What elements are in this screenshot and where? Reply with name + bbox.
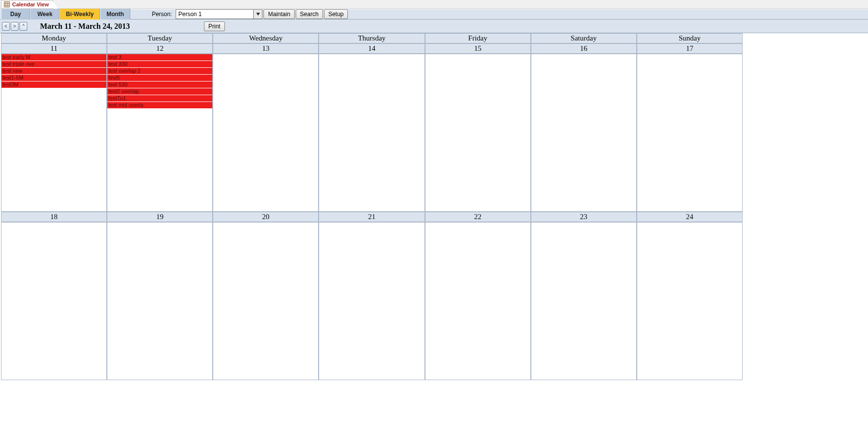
- date-number-cell[interactable]: 24: [637, 212, 743, 222]
- date-number-cell[interactable]: 23: [531, 212, 637, 222]
- date-number-cell[interactable]: 16: [531, 43, 637, 54]
- event-item[interactable]: test early M: [1, 54, 106, 61]
- tab-calendar-view[interactable]: Calendar View: [1, 0, 54, 8]
- up-button[interactable]: ^: [20, 22, 27, 31]
- event-item[interactable]: test overlap 2: [107, 68, 212, 75]
- day-cell[interactable]: [107, 222, 213, 380]
- date-number-cell[interactable]: 17: [637, 43, 743, 54]
- weekday-header-cell: Tuesday: [107, 33, 213, 43]
- date-range: March 11 - March 24, 2013: [28, 22, 130, 31]
- week-cells: test early Mtest triple ovetest newtest1…: [1, 54, 743, 212]
- dropdown-icon[interactable]: [253, 10, 262, 19]
- day-cell[interactable]: [319, 222, 424, 380]
- weekday-header-cell: Friday: [425, 33, 531, 43]
- prev-button[interactable]: <: [2, 22, 10, 31]
- day-cell[interactable]: [213, 222, 319, 380]
- person-label: Person:: [150, 11, 176, 18]
- event-item[interactable]: test5: [107, 75, 212, 81]
- day-cell[interactable]: [637, 222, 743, 380]
- person-value: Person 1: [178, 11, 202, 18]
- event-item[interactable]: test1-5M: [1, 75, 106, 81]
- event-item[interactable]: test new: [1, 68, 106, 75]
- date-number-cell[interactable]: 19: [107, 212, 213, 222]
- tab-wedge: [54, 0, 58, 9]
- date-number-cell[interactable]: 21: [319, 212, 424, 222]
- date-number-cell[interactable]: 11: [1, 43, 107, 54]
- maintain-button[interactable]: Maintain: [263, 9, 294, 19]
- event-item[interactable]: test 3: [107, 54, 212, 61]
- next-button[interactable]: >: [11, 22, 19, 31]
- weekday-header-cell: Sunday: [637, 33, 743, 43]
- day-cell[interactable]: [531, 222, 637, 380]
- search-button[interactable]: Search: [296, 9, 323, 19]
- setup-button[interactable]: Setup: [324, 9, 348, 19]
- calendar: MondayTuesdayWednesdayThursdayFridaySatu…: [1, 33, 743, 380]
- print-button[interactable]: Print: [204, 21, 225, 31]
- view-bi-weekly[interactable]: Bi-Weekly: [60, 9, 100, 20]
- date-number-cell[interactable]: 15: [425, 43, 531, 54]
- event-item[interactable]: test triple ove: [1, 61, 106, 68]
- day-cell[interactable]: [425, 54, 531, 212]
- date-row: < > ^ March 11 - March 24, 2013 Print: [0, 20, 868, 33]
- date-number-row: 11121314151617: [1, 43, 743, 54]
- day-cell[interactable]: test 3test 330test overlap 2test5test 53…: [107, 54, 213, 212]
- tab-label: Calendar View: [12, 1, 49, 7]
- event-item[interactable]: test 530: [107, 81, 212, 88]
- date-number-cell[interactable]: 14: [319, 43, 424, 54]
- day-cell[interactable]: [319, 54, 424, 212]
- weekday-header-cell: Thursday: [319, 33, 424, 43]
- event-item[interactable]: test 330: [107, 61, 212, 68]
- person-select[interactable]: Person 1: [176, 9, 262, 19]
- date-number-cell[interactable]: 18: [1, 212, 107, 222]
- event-item[interactable]: test2 overlap: [107, 88, 212, 95]
- date-number-cell[interactable]: 22: [425, 212, 531, 222]
- view-month[interactable]: Month: [100, 9, 130, 20]
- date-number-cell[interactable]: 13: [213, 43, 319, 54]
- day-cell[interactable]: [637, 54, 743, 212]
- view-switcher: DayWeekBi-WeeklyMonth: [1, 9, 130, 20]
- weekday-header-cell: Wednesday: [213, 33, 319, 43]
- event-item[interactable]: test mid overla: [107, 102, 212, 109]
- weekday-header-cell: Saturday: [531, 33, 637, 43]
- day-cell[interactable]: [1, 222, 107, 380]
- svg-rect-0: [4, 2, 10, 7]
- date-number-row: 18192021222324: [1, 212, 743, 222]
- day-cell[interactable]: [425, 222, 531, 380]
- view-day[interactable]: Day: [1, 9, 30, 20]
- weekday-header: MondayTuesdayWednesdayThursdayFridaySatu…: [1, 33, 743, 43]
- weekday-header-cell: Monday: [1, 33, 107, 43]
- table-icon: [3, 1, 10, 8]
- weeks-container: 11121314151617test early Mtest triple ov…: [1, 43, 743, 380]
- view-week[interactable]: Week: [30, 9, 60, 20]
- day-cell[interactable]: test early Mtest triple ovetest newtest1…: [1, 54, 107, 212]
- toolbar: DayWeekBi-WeeklyMonth Person: Person 1 M…: [0, 9, 868, 20]
- day-cell[interactable]: [531, 54, 637, 212]
- date-number-cell[interactable]: 12: [107, 43, 213, 54]
- date-number-cell[interactable]: 20: [213, 212, 319, 222]
- week-cells: [1, 222, 743, 380]
- day-cell[interactable]: [213, 54, 319, 212]
- tabstrip: Calendar View: [0, 0, 868, 9]
- event-item[interactable]: testTu1: [107, 95, 212, 102]
- event-item[interactable]: test3M: [1, 81, 106, 88]
